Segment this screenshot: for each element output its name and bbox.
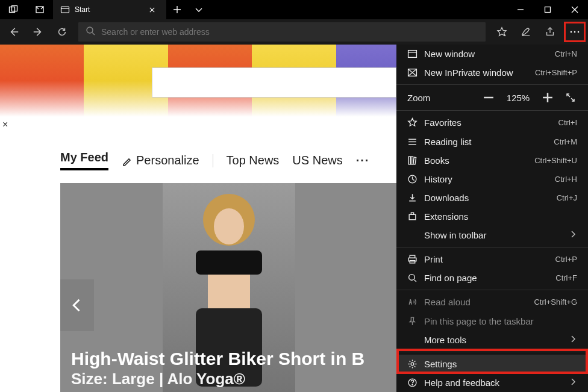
menu-new-inprivate[interactable]: New InPrivate window Ctrl+Shift+P	[396, 63, 588, 82]
svg-point-28	[412, 384, 413, 385]
address-input[interactable]	[101, 27, 478, 37]
new-tab-button[interactable]	[166, 0, 188, 19]
chevron-right-icon	[569, 335, 577, 345]
menu-print[interactable]: Print Ctrl+P	[396, 250, 588, 269]
menu-label: Help and feedback	[424, 378, 569, 388]
svg-rect-20	[409, 214, 416, 220]
address-bar[interactable]	[78, 22, 486, 42]
svg-point-25	[409, 275, 415, 281]
svg-rect-21	[411, 213, 413, 214]
menu-label: Extensions	[424, 211, 577, 222]
more-menu: New window Ctrl+N New InPrivate window C…	[396, 45, 588, 392]
tab-top-news[interactable]: Top News	[227, 154, 280, 167]
svg-rect-24	[410, 261, 415, 263]
tab-more[interactable]: ···	[356, 154, 370, 167]
extensions-icon	[407, 211, 424, 222]
menu-new-window[interactable]: New window Ctrl+N	[396, 45, 588, 63]
card-caption: High-Waist Glitter Biker Short in B Size…	[71, 348, 386, 388]
window-close-button[interactable]	[561, 0, 588, 19]
svg-rect-3	[61, 7, 69, 13]
svg-rect-16	[408, 157, 410, 164]
personalize-button[interactable]: Personalize	[122, 154, 199, 167]
menu-help[interactable]: Help and feedback	[396, 373, 588, 392]
menu-label: Show in toolbar	[424, 230, 569, 240]
read-aloud-icon	[407, 297, 424, 307]
tab-title: Start	[75, 5, 143, 14]
toolbar	[0, 19, 588, 45]
window-maximize-button[interactable]	[534, 0, 561, 19]
titlebar: Start	[0, 0, 588, 19]
menu-pin-taskbar: Pin this page to the taskbar	[396, 312, 588, 331]
menu-more-tools[interactable]: More tools	[396, 331, 588, 349]
menu-history[interactable]: History Ctrl+H	[396, 170, 588, 188]
tab-favicon-icon	[60, 5, 70, 14]
set-aside-tabs-button[interactable]	[27, 0, 53, 19]
favorites-star-button[interactable]	[490, 20, 513, 43]
feed-card[interactable]: High-Waist Glitter Biker Short in B Size…	[60, 183, 397, 392]
menu-show-in-toolbar[interactable]: Show in toolbar	[396, 226, 588, 244]
zoom-out-button[interactable]	[482, 91, 495, 104]
svg-rect-17	[411, 157, 413, 164]
window-icon	[407, 49, 424, 59]
tab-my-feed[interactable]: My Feed	[60, 151, 108, 170]
menu-books[interactable]: Books Ctrl+Shift+U	[396, 151, 588, 170]
menu-shortcut: Ctrl+N	[555, 49, 577, 58]
tab-us-news[interactable]: US News	[292, 154, 342, 167]
zoom-in-button[interactable]	[541, 91, 554, 104]
svg-point-9	[578, 31, 580, 33]
svg-rect-10	[408, 51, 417, 58]
menu-extensions[interactable]: Extensions	[396, 207, 588, 226]
separator	[213, 154, 213, 167]
svg-rect-18	[413, 157, 416, 164]
menu-read-aloud: Read aloud Ctrl+Shift+G	[396, 293, 588, 311]
menu-label: Books	[424, 155, 534, 166]
back-button[interactable]	[2, 20, 25, 43]
share-button[interactable]	[539, 20, 561, 43]
help-icon	[407, 378, 424, 388]
svg-point-6	[87, 27, 93, 33]
menu-settings[interactable]: Settings	[396, 355, 588, 373]
pencil-icon	[122, 155, 133, 166]
notes-button[interactable]	[514, 20, 537, 43]
feed-tabs: My Feed Personalize Top News US News ···	[60, 151, 369, 170]
tab-actions-button[interactable]	[0, 0, 27, 19]
forward-button[interactable]	[27, 20, 49, 43]
page-search-box[interactable]	[152, 67, 396, 98]
chevron-right-icon	[569, 378, 577, 388]
refresh-button[interactable]	[51, 20, 74, 43]
menu-downloads[interactable]: Downloads Ctrl+J	[396, 188, 588, 207]
menu-label: Downloads	[424, 193, 557, 203]
tab-close-button[interactable]	[143, 7, 160, 13]
svg-point-8	[574, 31, 576, 33]
window-minimize-button[interactable]	[507, 0, 534, 19]
print-icon	[407, 254, 424, 264]
pin-icon	[407, 316, 424, 326]
menu-label: Print	[424, 254, 555, 264]
menu-reading-list[interactable]: Reading list Ctrl+M	[396, 132, 588, 151]
menu-shortcut: Ctrl+M	[554, 137, 577, 146]
card-title: High-Waist Glitter Biker Short in B	[71, 348, 386, 370]
menu-label: Read aloud	[424, 297, 534, 307]
menu-find[interactable]: Find on page Ctrl+F	[396, 269, 588, 287]
menu-label: New InPrivate window	[424, 67, 535, 78]
dismiss-button[interactable]: ×	[2, 119, 8, 130]
more-menu-button[interactable]	[564, 22, 586, 42]
books-icon	[407, 155, 424, 166]
tab-preview-button[interactable]	[188, 0, 210, 19]
zoom-label: Zoom	[407, 93, 472, 103]
personalize-label: Personalize	[136, 154, 199, 167]
star-icon	[407, 117, 424, 128]
menu-favorites[interactable]: Favorites Ctrl+I	[396, 113, 588, 132]
more-icon	[569, 30, 580, 34]
menu-shortcut: Ctrl+Shift+U	[534, 156, 577, 165]
menu-shortcut: Ctrl+H	[555, 175, 577, 184]
download-icon	[407, 193, 424, 203]
fullscreen-button[interactable]	[564, 91, 577, 104]
menu-label: History	[424, 174, 555, 184]
browser-tab[interactable]: Start	[53, 0, 166, 19]
menu-shortcut: Ctrl+J	[557, 193, 577, 202]
card-subtitle: Size: Large | Alo Yoga®	[71, 370, 386, 388]
svg-rect-5	[545, 7, 550, 13]
carousel-prev-button[interactable]	[60, 279, 94, 331]
menu-label: Settings	[424, 359, 577, 369]
